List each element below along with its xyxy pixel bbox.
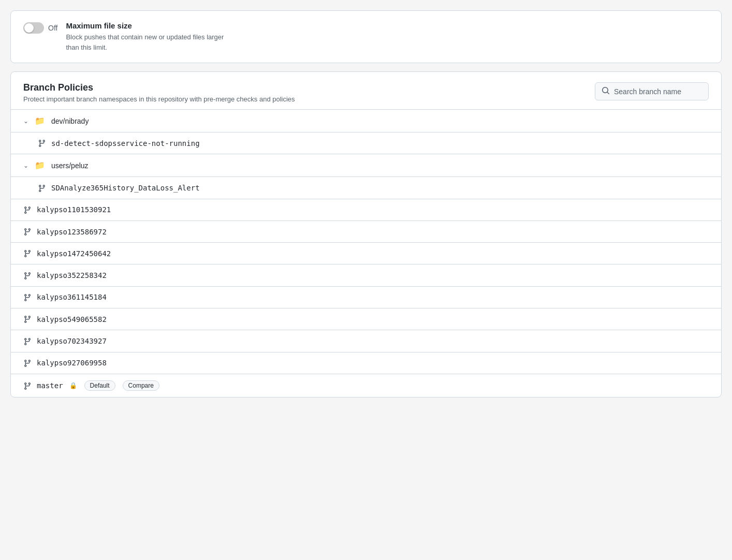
branch-policies-card: Branch Policies Protect important branch…	[10, 71, 722, 397]
git-branch-icon	[23, 381, 32, 390]
git-branch-icon	[23, 336, 32, 345]
branch-row-kalypso352258342[interactable]: kalypso352258342	[11, 264, 721, 286]
branch-row-kalypso123586972[interactable]: kalypso123586972	[11, 221, 721, 243]
branch-name: kalypso352258342	[37, 271, 107, 279]
branch-row-sdanalyze[interactable]: SDAnalyze365History_DataLoss_Alert	[11, 177, 721, 199]
branch-policies-title-area: Branch Policies Protect important branch…	[23, 82, 295, 103]
branch-name: kalypso123586972	[37, 228, 107, 236]
folder-icon: 📁	[35, 116, 45, 126]
branch-name: kalypso361145184	[37, 293, 107, 301]
chevron-down-icon: ⌄	[23, 162, 28, 169]
folder-row-users-peluz[interactable]: ⌄ 📁 users/peluz	[11, 154, 721, 177]
toggle-wrapper: Off	[23, 22, 57, 34]
branch-name-sd-detect: sd-detect-sdopsservice-not-running	[51, 139, 200, 148]
git-branch-icon	[23, 249, 32, 258]
max-file-size-section: Off Maximum file size Block pushes that …	[11, 11, 721, 63]
search-placeholder-text: Search branch name	[614, 87, 681, 96]
folder-name-users-peluz: users/peluz	[51, 161, 89, 170]
branch-name: kalypso1472450642	[37, 249, 111, 258]
max-file-size-description: Block pushes that contain new or updated…	[66, 32, 224, 52]
branch-row-kalypso361145184[interactable]: kalypso361145184	[11, 287, 721, 308]
branch-policies-header: Branch Policies Protect important branch…	[11, 72, 721, 109]
toggle-row: Off Maximum file size Block pushes that …	[23, 21, 709, 52]
git-branch-icon	[23, 227, 32, 236]
branch-row-kalypso549065582[interactable]: kalypso549065582	[11, 308, 721, 330]
max-file-size-card: Off Maximum file size Block pushes that …	[10, 10, 722, 63]
git-branch-icon	[23, 205, 32, 214]
branch-row-kalypso927069958[interactable]: kalypso927069958	[11, 352, 721, 374]
compare-badge[interactable]: Compare	[123, 380, 159, 391]
max-file-size-toggle[interactable]	[23, 22, 44, 34]
branch-row-kalypso1472450642[interactable]: kalypso1472450642	[11, 243, 721, 264]
max-file-size-text: Maximum file size Block pushes that cont…	[66, 21, 224, 52]
branch-search-box[interactable]: Search branch name	[595, 82, 709, 100]
git-branch-icon	[38, 183, 46, 192]
branch-name: kalypso1101530921	[37, 205, 111, 214]
git-branch-icon	[23, 315, 32, 323]
branch-row-master[interactable]: master 🔒 Default Compare	[11, 374, 721, 397]
branch-list: ⌄ 📁 dev/nibrady sd-detect-sdopsservice-n…	[11, 109, 721, 397]
folder-icon: 📁	[35, 160, 45, 170]
master-branch-name: master	[37, 381, 63, 390]
branch-name: kalypso927069958	[37, 359, 107, 367]
branch-row-kalypso1101530921[interactable]: kalypso1101530921	[11, 199, 721, 221]
branch-name: kalypso702343927	[37, 337, 107, 345]
search-icon	[602, 86, 610, 96]
max-file-size-title: Maximum file size	[66, 21, 224, 30]
git-branch-icon	[23, 359, 32, 367]
git-branch-icon	[23, 271, 32, 279]
chevron-down-icon: ⌄	[23, 117, 28, 125]
toggle-knob	[24, 23, 34, 33]
branch-row-sd-detect[interactable]: sd-detect-sdopsservice-not-running	[11, 132, 721, 154]
branch-policies-subtitle: Protect important branch namespaces in t…	[23, 95, 295, 103]
folder-row-dev-nibrady[interactable]: ⌄ 📁 dev/nibrady	[11, 110, 721, 132]
branch-name-sdanalyze: SDAnalyze365History_DataLoss_Alert	[51, 184, 200, 192]
lock-icon: 🔒	[69, 382, 77, 389]
branch-name: kalypso549065582	[37, 315, 107, 323]
toggle-off-label: Off	[48, 24, 57, 32]
branch-row-kalypso702343927[interactable]: kalypso702343927	[11, 330, 721, 352]
branch-policies-title: Branch Policies	[23, 82, 295, 93]
git-branch-icon	[38, 139, 46, 148]
git-branch-icon	[23, 293, 32, 302]
folder-name-dev-nibrady: dev/nibrady	[51, 117, 89, 125]
default-badge[interactable]: Default	[84, 380, 115, 391]
